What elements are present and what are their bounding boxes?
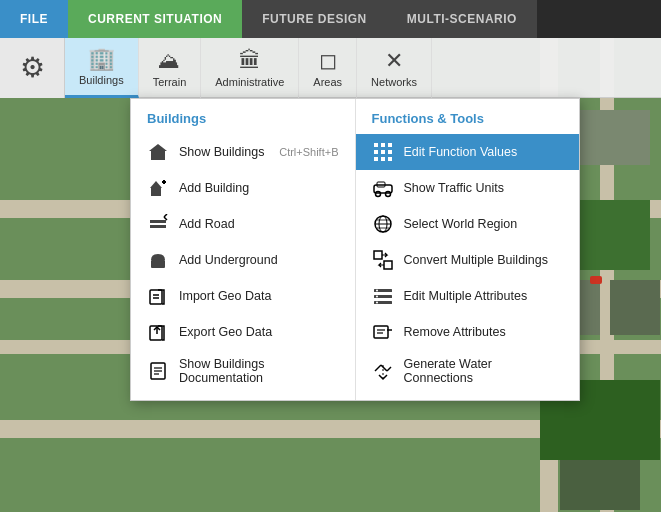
menu-item-show-buildings[interactable]: Show Buildings Ctrl+Shift+B (131, 134, 355, 170)
menu-item-show-traffic-units[interactable]: Show Traffic Units (356, 170, 580, 206)
generate-water-connections-icon (372, 360, 394, 382)
import-geo-data-icon (147, 285, 169, 307)
svg-point-45 (376, 290, 378, 292)
toolbar: ⚙ 🏢 Buildings ⛰ Terrain 🏛 Administrative… (0, 38, 661, 98)
menu-item-edit-multiple-attributes[interactable]: Edit Multiple Attributes (356, 278, 580, 314)
menu-item-add-building[interactable]: Add Building (131, 170, 355, 206)
nav-tab-multi-scenario[interactable]: MULTI-SCENARIO (387, 0, 537, 38)
svg-rect-48 (374, 326, 388, 338)
svg-rect-41 (384, 261, 392, 269)
menu-item-export-geo-data[interactable]: Export Geo Data (131, 314, 355, 350)
top-navigation: FILE CURRENT SITUATION FUTURE DESIGN MUL… (0, 0, 661, 38)
menu-item-convert-multiple-buildings[interactable]: Convert Multiple Buildings (356, 242, 580, 278)
toolbar-item-buildings[interactable]: 🏢 Buildings (65, 38, 139, 98)
svg-rect-7 (150, 225, 166, 228)
toolbar-item-terrain[interactable]: ⛰ Terrain (139, 38, 202, 98)
svg-rect-10 (151, 260, 165, 268)
buildings-header: Buildings (131, 107, 355, 134)
svg-point-46 (376, 296, 378, 298)
menu-item-edit-function-values[interactable]: Edit Function Values (356, 134, 580, 170)
dropdown-buildings-column: Buildings Show Buildings Ctrl+Shift+B Ad… (131, 99, 356, 400)
terrain-icon: ⛰ (158, 48, 180, 74)
svg-line-52 (375, 365, 381, 371)
svg-point-47 (376, 302, 378, 304)
areas-icon: ◻ (319, 48, 337, 74)
svg-rect-29 (381, 157, 385, 161)
svg-rect-22 (374, 143, 378, 147)
svg-rect-24 (388, 143, 392, 147)
svg-rect-30 (388, 157, 392, 161)
svg-rect-26 (381, 150, 385, 154)
menu-item-import-geo-data[interactable]: Import Geo Data (131, 278, 355, 314)
svg-marker-1 (149, 144, 167, 151)
buildings-icon: 🏢 (88, 46, 115, 72)
menu-item-add-underground[interactable]: Add Underground (131, 242, 355, 278)
show-traffic-units-icon (372, 177, 394, 199)
nav-tab-current-situation[interactable]: CURRENT SITUATION (68, 0, 242, 38)
select-world-region-icon (372, 213, 394, 235)
show-buildings-icon (147, 141, 169, 163)
edit-multiple-attributes-icon (372, 285, 394, 307)
nav-tab-future-design[interactable]: FUTURE DESIGN (242, 0, 387, 38)
dropdown-menu: Buildings Show Buildings Ctrl+Shift+B Ad… (130, 98, 580, 401)
add-underground-icon (147, 249, 169, 271)
administrative-icon: 🏛 (239, 48, 261, 74)
edit-function-values-icon (372, 141, 394, 163)
export-geo-data-icon (147, 321, 169, 343)
svg-rect-13 (150, 290, 162, 304)
dropdown-functions-column: Functions & Tools Edit Function Values S… (356, 99, 580, 400)
menu-item-add-road[interactable]: Add Road (131, 206, 355, 242)
add-road-icon (147, 213, 169, 235)
svg-line-9 (164, 214, 167, 217)
add-building-icon (147, 177, 169, 199)
svg-marker-3 (150, 181, 162, 188)
show-buildings-documentation-icon (147, 360, 169, 382)
menu-item-select-world-region[interactable]: Select World Region (356, 206, 580, 242)
menu-item-generate-water-connections[interactable]: Generate Water Connections (356, 350, 580, 392)
svg-rect-27 (388, 150, 392, 154)
svg-rect-28 (374, 157, 378, 161)
svg-rect-6 (150, 220, 166, 223)
svg-rect-0 (151, 150, 165, 160)
svg-rect-40 (374, 251, 382, 259)
svg-point-32 (375, 192, 380, 197)
svg-line-54 (387, 367, 391, 371)
networks-icon: ✕ (385, 48, 403, 74)
toolbar-item-networks[interactable]: ✕ Networks (357, 38, 432, 98)
app-logo: ⚙ (0, 38, 65, 98)
logo-icon: ⚙ (20, 51, 45, 84)
svg-point-33 (385, 192, 390, 197)
svg-rect-23 (381, 143, 385, 147)
menu-item-show-buildings-documentation[interactable]: Show Buildings Documentation (131, 350, 355, 392)
toolbar-item-areas[interactable]: ◻ Areas (299, 38, 357, 98)
menu-item-remove-attributes[interactable]: Remove Attributes (356, 314, 580, 350)
svg-line-53 (381, 365, 387, 371)
remove-attributes-icon (372, 321, 394, 343)
svg-line-8 (164, 217, 167, 220)
svg-rect-25 (374, 150, 378, 154)
functions-header: Functions & Tools (356, 107, 580, 134)
toolbar-item-administrative[interactable]: 🏛 Administrative (201, 38, 299, 98)
svg-rect-2 (151, 187, 161, 196)
convert-multiple-buildings-icon (372, 249, 394, 271)
nav-tab-file[interactable]: FILE (0, 0, 68, 38)
